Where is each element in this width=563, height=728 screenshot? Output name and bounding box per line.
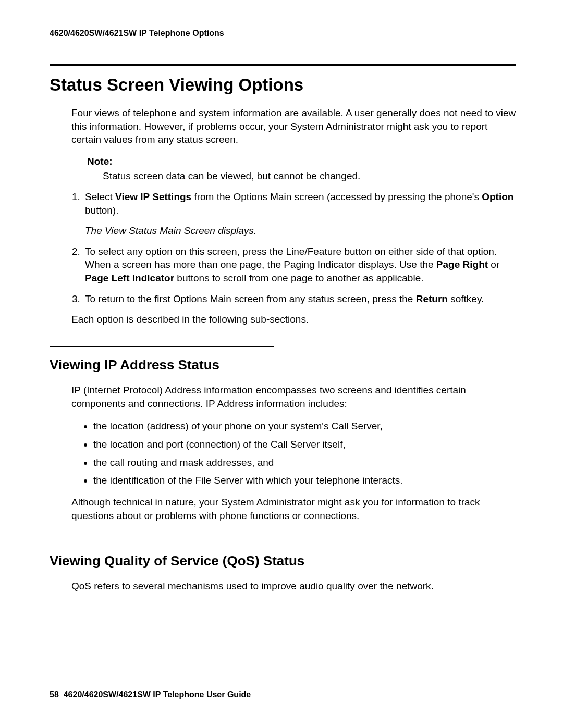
step-2: To select any option on this screen, pre… — [83, 245, 516, 285]
step3-text-pre: To return to the first Options Main scre… — [85, 293, 416, 304]
step-1: Select View IP Settings from the Options… — [83, 190, 516, 238]
step2-text-mid: or — [488, 259, 499, 270]
step3-text-post: softkey. — [448, 293, 484, 304]
section2-outro: Although technical in nature, your Syste… — [71, 496, 516, 522]
list-item: the identification of the File Server wi… — [93, 474, 516, 487]
note-body: Status screen data can be viewed, but ca… — [103, 170, 516, 182]
section2-body: IP (Internet Protocol) Address informati… — [50, 384, 516, 522]
section1-body: Four views of telephone and system infor… — [50, 106, 516, 305]
step1-bold1: View IP Settings — [115, 191, 191, 202]
step-3: To return to the first Options Main scre… — [83, 292, 516, 306]
step2-text-pre: To select any option on this screen, pre… — [85, 246, 497, 270]
section3-intro: QoS refers to several mechanisms used to… — [71, 579, 516, 593]
running-header: 4620/4620SW/4621SW IP Telephone Options — [50, 29, 516, 38]
section1-afterlist: Each option is described in the followin… — [50, 313, 516, 326]
step2-bold1: Page Right — [436, 259, 488, 270]
section-rule — [50, 64, 516, 66]
section2-intro: IP (Internet Protocol) Address informati… — [71, 384, 516, 410]
list-item: the location (address) of your phone on … — [93, 419, 516, 433]
footer-doc-title: 4620/4620SW/4621SW IP Telephone User Gui… — [64, 690, 251, 699]
step3-bold: Return — [416, 293, 448, 304]
ip-address-bullets: the location (address) of your phone on … — [71, 419, 516, 487]
list-item: the location and port (connection) of th… — [93, 438, 516, 451]
heading-viewing-qos-status: Viewing Quality of Service (QoS) Status — [50, 553, 516, 569]
list-item: the call routing and mask addresses, and — [93, 456, 516, 470]
step1-text-pre: Select — [85, 191, 115, 202]
step2-bold2: Page Left Indicator — [85, 273, 174, 283]
step1-text-mid: from the Options Main screen (accessed b… — [191, 191, 482, 202]
page-number: 58 — [50, 690, 59, 699]
document-page: 4620/4620SW/4621SW IP Telephone Options … — [0, 0, 563, 728]
subsection-rule — [50, 346, 274, 347]
step1-text-post: button). — [85, 205, 118, 216]
heading-status-screen-viewing-options: Status Screen Viewing Options — [50, 75, 516, 95]
steps-list: Select View IP Settings from the Options… — [71, 190, 516, 305]
subsection-rule — [50, 542, 274, 542]
heading-viewing-ip-address-status: Viewing IP Address Status — [50, 357, 516, 373]
step2-text-post: buttons to scroll from one page to anoth… — [174, 273, 423, 283]
section1-intro: Four views of telephone and system infor… — [71, 106, 516, 146]
step1-bold2: Option — [482, 191, 513, 202]
note-label: Note: — [87, 156, 516, 167]
step1-result: The View Status Main Screen displays. — [85, 224, 516, 238]
section3-body: QoS refers to several mechanisms used to… — [50, 579, 516, 593]
page-footer: 58 4620/4620SW/4621SW IP Telephone User … — [50, 690, 251, 699]
